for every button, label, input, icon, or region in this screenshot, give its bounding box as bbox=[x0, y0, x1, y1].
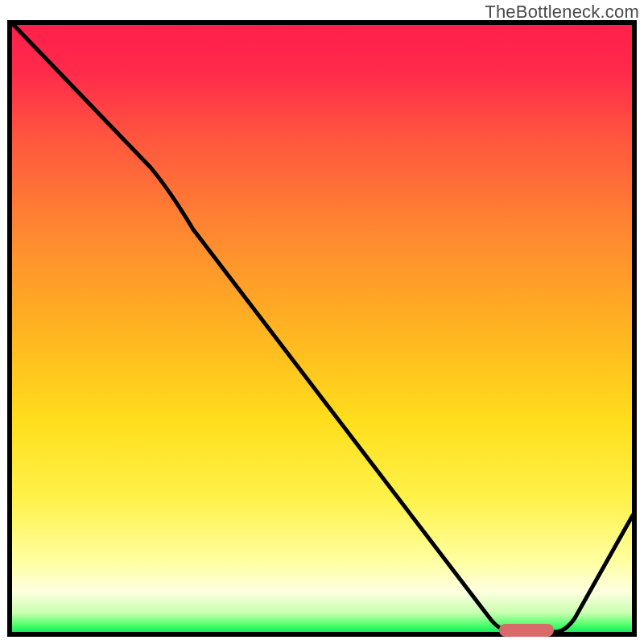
chart-container: TheBottleneck.com bbox=[0, 0, 644, 644]
optimal-marker bbox=[499, 624, 554, 637]
plot-background bbox=[10, 23, 634, 634]
bottleneck-chart-svg bbox=[0, 0, 644, 644]
watermark-text: TheBottleneck.com bbox=[485, 2, 639, 23]
